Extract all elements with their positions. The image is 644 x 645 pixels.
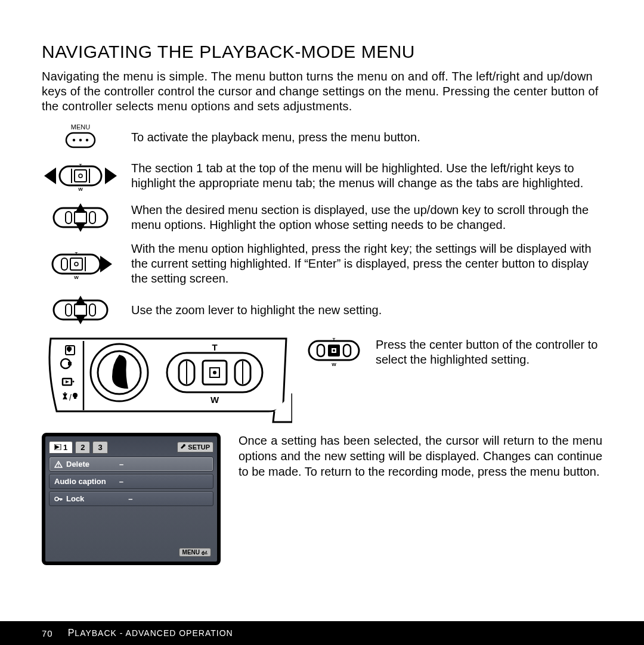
svg-rect-60 [317, 345, 324, 356]
menu-button-icon: MENU [42, 122, 119, 152]
lcd-tab-3-label: 3 [98, 443, 102, 452]
svg-rect-24 [61, 258, 67, 270]
lcd-item-lock-label: Lock [66, 494, 84, 503]
svg-rect-68 [58, 498, 62, 500]
step-4: T W With the menu option highlighted, pr… [42, 241, 602, 286]
svg-rect-34 [68, 362, 72, 365]
intro-text: Navigating the menu is simple. The menu … [42, 69, 602, 114]
svg-point-8 [79, 174, 82, 178]
lcd-item-audio: Audio caption – [49, 474, 213, 489]
up-down-pad-icon [42, 200, 119, 235]
svg-text:T: T [212, 342, 217, 352]
controller-row: / T W [42, 334, 602, 426]
svg-rect-7 [75, 170, 86, 182]
svg-text:T: T [75, 251, 78, 256]
lcd-item-audio-value: – [119, 477, 123, 486]
lcd-row: 1 2 3 SETUP Delete – Audio caption [42, 433, 602, 565]
svg-marker-12 [105, 168, 117, 184]
zoom-lever-icon [42, 292, 119, 328]
center-button-pad-icon: T W [304, 334, 364, 370]
svg-text:T: T [333, 337, 336, 342]
lcd-setup-label: SETUP [188, 444, 210, 451]
step-7-text: Once a setting has been selected, the cu… [239, 433, 602, 479]
page-number: 70 [42, 628, 53, 638]
svg-marker-11 [44, 168, 56, 184]
page-title: NAVIGATING THE PLAYBACK-MODE MENU [42, 42, 602, 62]
lcd-tab-2-label: 2 [80, 443, 85, 452]
svg-text:W: W [78, 187, 83, 192]
svg-rect-15 [66, 212, 72, 224]
step-2: T W The section 1 tab at the top of the … [42, 158, 602, 194]
svg-marker-26 [100, 256, 112, 272]
lcd-tab-3: 3 [92, 441, 107, 454]
lcd-item-lock-value: – [128, 494, 132, 503]
section-name: PLAYBACK - ADVANCED OPERATION [68, 628, 233, 638]
step-4-text: With the menu option highlighted, press … [131, 241, 602, 286]
lcd-menu-badge: MENU [179, 548, 211, 557]
page-footer: 70 PLAYBACK - ADVANCED OPERATION [0, 621, 644, 645]
lcd-screen-illustration: 1 2 3 SETUP Delete – Audio caption [42, 433, 221, 565]
svg-rect-14 [75, 212, 86, 224]
step-5-text: Use the zoom lever to highlight the new … [131, 303, 382, 318]
svg-text:W: W [210, 395, 219, 405]
camera-controller-illustration: / T W [42, 334, 292, 426]
step-1-text: To activate the playback menu, press the… [131, 130, 420, 145]
svg-rect-66 [58, 466, 58, 466]
svg-rect-19 [52, 255, 100, 274]
step-5: Use the zoom lever to highlight the new … [42, 292, 602, 328]
lcd-tab-1: 1 [49, 441, 73, 454]
key-icon [54, 495, 63, 503]
lcd-item-lock: Lock – [49, 491, 213, 506]
step-2-text: The section 1 tab at the top of the menu… [131, 161, 602, 191]
svg-point-2 [79, 139, 82, 141]
svg-rect-29 [66, 304, 72, 316]
lcd-item-delete-value: – [119, 460, 123, 469]
svg-rect-30 [89, 304, 95, 316]
svg-rect-69 [60, 498, 61, 501]
steps-list: MENU To activate the playback menu, pres… [42, 122, 602, 328]
svg-rect-61 [343, 345, 351, 356]
svg-text:W: W [332, 362, 336, 367]
wrench-icon [181, 444, 187, 450]
svg-text:/: / [69, 393, 72, 402]
svg-point-49 [213, 371, 216, 374]
svg-marker-62 [55, 445, 60, 449]
svg-rect-70 [61, 498, 63, 500]
play-icon [54, 444, 61, 450]
step-1: MENU To activate the playback menu, pres… [42, 122, 602, 152]
svg-rect-16 [89, 212, 95, 224]
lcd-tab-1-label: 1 [63, 443, 67, 452]
return-icon [202, 550, 208, 555]
left-right-pad-icon: T W [42, 158, 119, 194]
step-3-text: When the desired menu section is display… [131, 203, 602, 232]
lcd-item-delete-label: Delete [66, 460, 89, 469]
lcd-menu-badge-label: MENU [182, 549, 200, 556]
svg-rect-22 [70, 258, 82, 270]
svg-point-3 [86, 139, 88, 141]
svg-point-37 [73, 381, 75, 383]
svg-point-23 [75, 262, 78, 266]
lcd-item-delete: Delete – [49, 457, 213, 472]
svg-rect-65 [58, 463, 58, 466]
menu-label-text: MENU [71, 123, 90, 131]
svg-rect-28 [75, 304, 86, 316]
svg-rect-40 [74, 395, 76, 399]
svg-text:T: T [79, 163, 82, 168]
right-pad-icon: T W [42, 246, 119, 282]
lcd-item-audio-label: Audio caption [54, 477, 106, 486]
lcd-tabs: 1 2 3 SETUP [49, 440, 213, 454]
svg-rect-4 [60, 166, 101, 185]
step-3: When the desired menu section is display… [42, 200, 602, 235]
lcd-setup-tab: SETUP [177, 442, 213, 452]
svg-text:W: W [74, 275, 79, 280]
warning-icon [54, 461, 63, 468]
lcd-tab-2: 2 [75, 441, 90, 454]
svg-point-59 [333, 349, 335, 352]
svg-point-1 [73, 139, 75, 141]
step-6-text: Press the center button of the controlle… [376, 334, 602, 367]
